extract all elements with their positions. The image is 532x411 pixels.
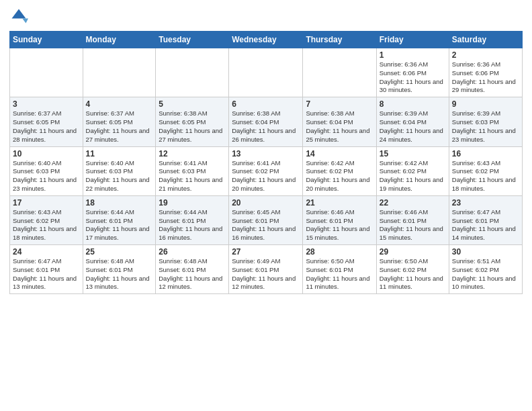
calendar-cell: 4Sunrise: 6:37 AM Sunset: 6:05 PM Daylig… xyxy=(83,97,156,146)
day-number: 12 xyxy=(159,149,226,158)
calendar-cell: 30Sunrise: 6:51 AM Sunset: 6:02 PM Dayli… xyxy=(449,245,522,294)
calendar-cell: 20Sunrise: 6:45 AM Sunset: 6:01 PM Dayli… xyxy=(229,195,303,244)
logo xyxy=(9,7,31,26)
calendar-cell: 21Sunrise: 6:46 AM Sunset: 6:01 PM Dayli… xyxy=(303,195,376,244)
calendar-table: SundayMondayTuesdayWednesdayThursdayFrid… xyxy=(9,31,523,294)
calendar-week-row: 24Sunrise: 6:47 AM Sunset: 6:01 PM Dayli… xyxy=(10,245,523,294)
day-number: 13 xyxy=(232,149,300,158)
day-number: 5 xyxy=(159,99,226,109)
day-info: Sunrise: 6:39 AM Sunset: 6:03 PM Dayligh… xyxy=(452,109,519,144)
day-info: Sunrise: 6:51 AM Sunset: 6:02 PM Dayligh… xyxy=(452,257,519,291)
day-info: Sunrise: 6:36 AM Sunset: 6:06 PM Dayligh… xyxy=(380,60,446,95)
day-number: 15 xyxy=(380,149,446,158)
calendar-cell: 7Sunrise: 6:38 AM Sunset: 6:04 PM Daylig… xyxy=(303,97,376,146)
day-info: Sunrise: 6:43 AM Sunset: 6:02 PM Dayligh… xyxy=(13,208,80,242)
day-info: Sunrise: 6:45 AM Sunset: 6:01 PM Dayligh… xyxy=(232,208,300,242)
day-info: Sunrise: 6:43 AM Sunset: 6:02 PM Dayligh… xyxy=(452,159,519,193)
day-number: 19 xyxy=(159,198,226,208)
calendar-cell: 11Sunrise: 6:40 AM Sunset: 6:03 PM Dayli… xyxy=(83,146,156,195)
day-info: Sunrise: 6:40 AM Sunset: 6:03 PM Dayligh… xyxy=(86,159,153,193)
calendar-cell: 23Sunrise: 6:47 AM Sunset: 6:01 PM Dayli… xyxy=(449,195,522,244)
calendar-cell: 18Sunrise: 6:44 AM Sunset: 6:01 PM Dayli… xyxy=(83,195,156,244)
day-info: Sunrise: 6:37 AM Sunset: 6:05 PM Dayligh… xyxy=(13,109,80,144)
day-number: 20 xyxy=(232,198,300,208)
day-number: 10 xyxy=(13,149,80,158)
day-number: 6 xyxy=(232,99,300,109)
calendar-cell xyxy=(156,48,229,97)
calendar-cell: 19Sunrise: 6:44 AM Sunset: 6:01 PM Dayli… xyxy=(156,195,229,244)
calendar-cell xyxy=(303,48,376,97)
day-info: Sunrise: 6:40 AM Sunset: 6:03 PM Dayligh… xyxy=(13,159,80,193)
day-info: Sunrise: 6:50 AM Sunset: 6:02 PM Dayligh… xyxy=(380,257,446,291)
calendar-cell: 5Sunrise: 6:38 AM Sunset: 6:05 PM Daylig… xyxy=(156,97,229,146)
day-info: Sunrise: 6:47 AM Sunset: 6:01 PM Dayligh… xyxy=(13,257,80,291)
day-info: Sunrise: 6:39 AM Sunset: 6:04 PM Dayligh… xyxy=(380,109,446,144)
day-number: 3 xyxy=(13,99,80,109)
day-number: 18 xyxy=(86,198,153,208)
calendar-cell: 12Sunrise: 6:41 AM Sunset: 6:03 PM Dayli… xyxy=(156,146,229,195)
calendar-cell: 10Sunrise: 6:40 AM Sunset: 6:03 PM Dayli… xyxy=(10,146,83,195)
calendar-week-row: 10Sunrise: 6:40 AM Sunset: 6:03 PM Dayli… xyxy=(10,146,523,195)
day-number: 30 xyxy=(452,247,519,257)
calendar-cell xyxy=(229,48,303,97)
calendar-cell: 15Sunrise: 6:42 AM Sunset: 6:02 PM Dayli… xyxy=(376,146,449,195)
day-number: 28 xyxy=(306,247,373,257)
day-info: Sunrise: 6:49 AM Sunset: 6:01 PM Dayligh… xyxy=(232,257,300,291)
day-number: 2 xyxy=(452,50,519,60)
day-number: 11 xyxy=(86,149,153,158)
calendar-cell: 1Sunrise: 6:36 AM Sunset: 6:06 PM Daylig… xyxy=(376,48,449,97)
day-number: 27 xyxy=(232,247,300,257)
day-number: 22 xyxy=(380,198,446,208)
day-number: 17 xyxy=(13,198,80,208)
calendar-week-row: 1Sunrise: 6:36 AM Sunset: 6:06 PM Daylig… xyxy=(10,48,523,97)
day-number: 4 xyxy=(86,99,153,109)
weekday-header-sunday: Sunday xyxy=(10,32,83,48)
day-info: Sunrise: 6:38 AM Sunset: 6:04 PM Dayligh… xyxy=(232,109,300,144)
svg-marker-0 xyxy=(12,9,26,19)
day-number: 21 xyxy=(306,198,373,208)
day-number: 9 xyxy=(452,99,519,109)
day-info: Sunrise: 6:36 AM Sunset: 6:06 PM Dayligh… xyxy=(452,60,519,95)
day-info: Sunrise: 6:37 AM Sunset: 6:05 PM Dayligh… xyxy=(86,109,153,144)
calendar-cell: 3Sunrise: 6:37 AM Sunset: 6:05 PM Daylig… xyxy=(10,97,83,146)
calendar-cell: 9Sunrise: 6:39 AM Sunset: 6:03 PM Daylig… xyxy=(449,97,522,146)
day-info: Sunrise: 6:46 AM Sunset: 6:01 PM Dayligh… xyxy=(306,208,373,242)
calendar-cell: 25Sunrise: 6:48 AM Sunset: 6:01 PM Dayli… xyxy=(83,245,156,294)
calendar-cell: 24Sunrise: 6:47 AM Sunset: 6:01 PM Dayli… xyxy=(10,245,83,294)
day-number: 1 xyxy=(380,50,446,60)
calendar-cell: 28Sunrise: 6:50 AM Sunset: 6:01 PM Dayli… xyxy=(303,245,376,294)
day-info: Sunrise: 6:46 AM Sunset: 6:01 PM Dayligh… xyxy=(380,208,446,242)
weekday-header-friday: Friday xyxy=(376,32,449,48)
day-info: Sunrise: 6:41 AM Sunset: 6:03 PM Dayligh… xyxy=(159,159,226,193)
calendar-cell xyxy=(10,48,83,97)
calendar-cell: 6Sunrise: 6:38 AM Sunset: 6:04 PM Daylig… xyxy=(229,97,303,146)
calendar-cell xyxy=(83,48,156,97)
calendar-cell: 2Sunrise: 6:36 AM Sunset: 6:06 PM Daylig… xyxy=(449,48,522,97)
calendar-cell: 27Sunrise: 6:49 AM Sunset: 6:01 PM Dayli… xyxy=(229,245,303,294)
day-info: Sunrise: 6:47 AM Sunset: 6:01 PM Dayligh… xyxy=(452,208,519,242)
weekday-header-wednesday: Wednesday xyxy=(229,32,303,48)
calendar-cell: 26Sunrise: 6:48 AM Sunset: 6:01 PM Dayli… xyxy=(156,245,229,294)
calendar-cell: 16Sunrise: 6:43 AM Sunset: 6:02 PM Dayli… xyxy=(449,146,522,195)
svg-marker-1 xyxy=(22,19,28,24)
weekday-header-thursday: Thursday xyxy=(303,32,376,48)
day-info: Sunrise: 6:50 AM Sunset: 6:01 PM Dayligh… xyxy=(306,257,373,291)
day-info: Sunrise: 6:42 AM Sunset: 6:02 PM Dayligh… xyxy=(380,159,446,193)
page: SundayMondayTuesdayWednesdayThursdayFrid… xyxy=(0,0,532,304)
day-number: 29 xyxy=(380,247,446,257)
weekday-header-saturday: Saturday xyxy=(449,32,522,48)
weekday-header-monday: Monday xyxy=(83,32,156,48)
header xyxy=(9,7,523,26)
weekday-header-tuesday: Tuesday xyxy=(156,32,229,48)
day-number: 16 xyxy=(452,149,519,158)
day-number: 14 xyxy=(306,149,373,158)
calendar-week-row: 17Sunrise: 6:43 AM Sunset: 6:02 PM Dayli… xyxy=(10,195,523,244)
day-info: Sunrise: 6:48 AM Sunset: 6:01 PM Dayligh… xyxy=(86,257,153,291)
day-number: 23 xyxy=(452,198,519,208)
calendar-cell: 29Sunrise: 6:50 AM Sunset: 6:02 PM Dayli… xyxy=(376,245,449,294)
day-number: 8 xyxy=(380,99,446,109)
day-info: Sunrise: 6:41 AM Sunset: 6:02 PM Dayligh… xyxy=(232,159,300,193)
calendar-cell: 14Sunrise: 6:42 AM Sunset: 6:02 PM Dayli… xyxy=(303,146,376,195)
logo-icon xyxy=(9,7,28,26)
day-number: 26 xyxy=(159,247,226,257)
